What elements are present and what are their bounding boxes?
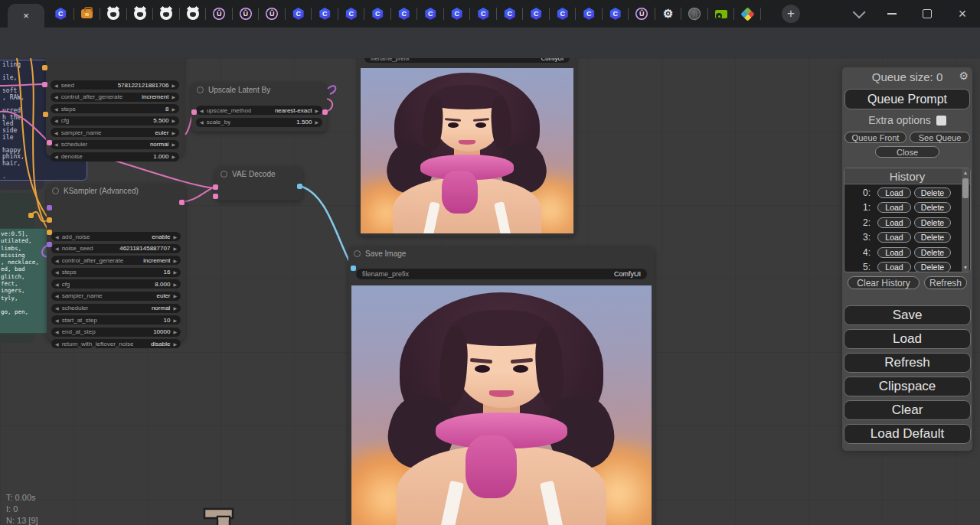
history-delete-button[interactable]: Delete [914, 188, 951, 198]
tab-github[interactable] [153, 5, 180, 23]
tab-civitai[interactable]: C [417, 5, 444, 23]
increment-arrow-icon[interactable]: ▶ [173, 341, 177, 347]
decrement-arrow-icon[interactable]: ◀ [55, 341, 59, 347]
history-load-button[interactable]: Load [877, 262, 911, 272]
widget-return_with_leftover_noise[interactable]: ◀return_with_leftover_noisedisable▶ [51, 339, 181, 348]
decrement-arrow-icon[interactable]: ◀ [54, 94, 58, 99]
increment-arrow-icon[interactable]: ▶ [172, 118, 175, 123]
scroll-down-icon[interactable]: ▼ [962, 265, 969, 270]
increment-arrow-icon[interactable]: ▶ [173, 293, 177, 298]
upscale-latent-node[interactable]: Upscale Latent By ◀upscale_methodnearest… [191, 83, 327, 132]
increment-arrow-icon[interactable]: ▶ [315, 119, 318, 125]
widget-upscale_method[interactable]: ◀upscale_methodnearest-exact▶ [196, 106, 322, 115]
settings-gear-icon[interactable]: ⚙ [959, 70, 969, 82]
slot-pink[interactable] [47, 140, 52, 145]
restore-button[interactable] [916, 0, 939, 28]
tab-civitai[interactable]: C [444, 5, 471, 23]
decrement-arrow-icon[interactable]: ◀ [200, 108, 204, 113]
clipspace-button[interactable]: Clipspace [844, 377, 971, 396]
scrollbar-thumb[interactable] [962, 178, 969, 198]
tab-nvidia[interactable] [708, 5, 735, 23]
decrement-arrow-icon[interactable]: ◀ [55, 282, 59, 287]
decrement-arrow-icon[interactable]: ◀ [54, 142, 58, 147]
widget-cfg[interactable]: ◀cfg8.000▶ [51, 279, 181, 289]
close-queue-button[interactable]: Close [875, 146, 939, 158]
tab-github[interactable] [180, 5, 207, 23]
decrement-arrow-icon[interactable]: ◀ [55, 234, 59, 240]
increment-arrow-icon[interactable]: ▶ [173, 318, 177, 323]
widget-scheduler[interactable]: ◀schedulernormal▶ [51, 304, 181, 313]
widget-control_after_generate[interactable]: ◀control_after_generateincrement▶ [51, 93, 179, 102]
tab-civitai[interactable]: C [286, 5, 312, 23]
tab-civitai[interactable]: C [338, 5, 365, 23]
tab-civitai[interactable]: C [603, 5, 629, 23]
tab-civitai[interactable]: C [364, 5, 391, 23]
tab-toolbox[interactable] [74, 5, 101, 23]
tab-civitai[interactable]: C [47, 5, 74, 23]
tab-close-icon[interactable]: × [23, 11, 29, 21]
increment-arrow-icon[interactable]: ▶ [173, 234, 177, 240]
decrement-arrow-icon[interactable]: ◀ [55, 318, 59, 323]
load-default-button[interactable]: Load Default [844, 424, 971, 444]
refresh-button[interactable]: Refresh [844, 353, 971, 373]
increment-arrow-icon[interactable]: ▶ [173, 305, 177, 311]
decrement-arrow-icon[interactable]: ◀ [200, 119, 204, 125]
widget-end_at_step[interactable]: ◀end_at_step10000▶ [51, 328, 181, 337]
slot-pink[interactable] [213, 184, 218, 190]
increment-arrow-icon[interactable]: ▶ [172, 106, 175, 112]
slot-pink[interactable] [42, 82, 47, 87]
tab-uncensored[interactable]: Û [259, 5, 286, 23]
increment-arrow-icon[interactable]: ▶ [173, 246, 177, 251]
slot-pink[interactable] [213, 194, 218, 199]
decrement-arrow-icon[interactable]: ◀ [55, 329, 59, 334]
tab-github[interactable] [127, 5, 154, 23]
slot-orange[interactable] [28, 213, 34, 218]
tab-globe[interactable] [681, 5, 708, 23]
slot-orange[interactable] [42, 65, 47, 70]
ksampler-advanced-node[interactable]: KSampler (Advanced) ◀add_noiseenable▶◀no… [47, 184, 185, 341]
history-delete-button[interactable]: Delete [914, 262, 951, 272]
decrement-arrow-icon[interactable]: ◀ [55, 246, 59, 251]
increment-arrow-icon[interactable]: ▶ [172, 142, 175, 147]
clear-history-button[interactable]: Clear History [848, 276, 920, 289]
tab-civitai[interactable]: C [523, 5, 550, 23]
history-delete-button[interactable]: Delete [914, 217, 951, 228]
increment-arrow-icon[interactable]: ▶ [315, 108, 318, 113]
filename-prefix-widget[interactable]: filename_prefix ComfyUI [356, 269, 647, 279]
tab-civitai[interactable]: C [497, 5, 524, 23]
widget-scheduler[interactable]: ◀schedulernormal▶ [51, 140, 179, 149]
slot-purple[interactable] [47, 242, 52, 247]
collapse-dot-icon[interactable] [197, 86, 204, 93]
scroll-up-icon[interactable]: ▲ [962, 170, 969, 175]
tab-gear[interactable]: ⚙ [655, 5, 682, 23]
collapse-dot-icon[interactable] [220, 171, 227, 178]
tab-civitai[interactable]: C [312, 5, 338, 23]
save-button[interactable]: Save [844, 305, 971, 325]
widget-noise_seed[interactable]: ◀noise_seed462118145887707▶ [51, 244, 181, 253]
history-list[interactable]: 0:LoadDelete1:LoadDelete2:LoadDelete3:Lo… [844, 185, 970, 272]
history-delete-button[interactable]: Delete [914, 247, 951, 258]
comfyui-node-canvas[interactable]: iling ile, soft, RAW, urredh theledsidei… [0, 58, 980, 525]
tab-prism[interactable] [734, 5, 761, 23]
history-refresh-button[interactable]: Refresh [924, 276, 967, 289]
history-load-button[interactable]: Load [877, 202, 911, 213]
widget-steps[interactable]: ◀steps16▶ [51, 268, 181, 277]
collapse-dot-icon[interactable] [354, 250, 361, 257]
decrement-arrow-icon[interactable]: ◀ [55, 305, 59, 311]
queue-front-button[interactable]: Queue Front [844, 132, 906, 143]
preview-image-node[interactable]: filename_prefix ComfyUI [358, 58, 576, 236]
history-scrollbar[interactable]: ▲ ▼ [962, 168, 969, 272]
widget-denoise[interactable]: ◀denoise1.000▶ [51, 152, 179, 161]
history-delete-button[interactable]: Delete [914, 202, 951, 213]
widget-steps[interactable]: ◀steps8▶ [51, 104, 179, 113]
slot-orange[interactable] [47, 217, 52, 223]
history-load-button[interactable]: Load [877, 232, 911, 243]
increment-arrow-icon[interactable]: ▶ [173, 269, 177, 275]
widget-start_at_step[interactable]: ◀start_at_step10▶ [51, 315, 181, 324]
decrement-arrow-icon[interactable]: ◀ [54, 83, 58, 88]
slot-purple[interactable] [47, 205, 52, 210]
tab-uncensored[interactable]: Û [233, 5, 260, 23]
tab-github[interactable] [100, 5, 127, 23]
decrement-arrow-icon[interactable]: ◀ [54, 106, 58, 112]
decrement-arrow-icon[interactable]: ◀ [55, 293, 59, 298]
